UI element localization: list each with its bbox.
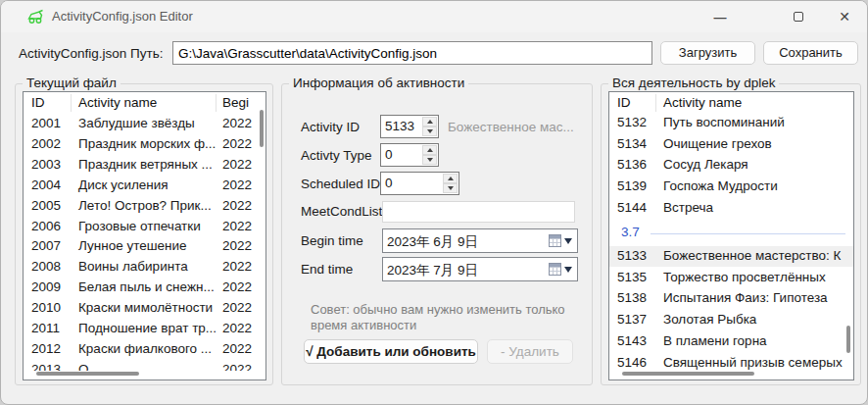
- scheduled-id-stepper[interactable]: 0: [380, 172, 459, 195]
- table-row[interactable]: 2004Диск усиления2022: [24, 176, 265, 196]
- table-row[interactable]: 5134Очищение грехов: [609, 134, 853, 155]
- table-row[interactable]: 5144Встреча: [609, 198, 853, 219]
- vertical-scrollbar[interactable]: [260, 110, 264, 147]
- grasscutter-logo-icon: [26, 9, 44, 25]
- column-begin[interactable]: Begi: [222, 95, 249, 110]
- table-row[interactable]: 2006Грозовые отпечатки2022: [24, 217, 265, 237]
- table-row[interactable]: 5138Испытания Фаиз: Гипотеза: [609, 288, 853, 309]
- save-button[interactable]: Сохранить: [763, 41, 858, 65]
- spin-up-icon[interactable]: [443, 174, 458, 183]
- current-file-group: Текущий файл ID Activity name Begi 2001З…: [15, 83, 273, 385]
- table-header[interactable]: ID Activity name Begi: [24, 92, 265, 114]
- table-row[interactable]: 5139Госпожа Мудрости: [609, 177, 853, 197]
- meetcondlist-input[interactable]: [382, 201, 575, 223]
- table-row[interactable]: 5135Торжество просветлённых: [609, 268, 853, 288]
- app-window: ActivityConfig.json Editor — ✕ ActivityC…: [0, 0, 868, 405]
- path-label: ActivityConfig.json Путь:: [19, 46, 163, 61]
- table-row[interactable]: 5132Путь воспоминаний: [609, 113, 853, 133]
- column-activity-name[interactable]: Activity name: [78, 95, 157, 110]
- table-row[interactable]: 5146Священный призыв семерых: [609, 353, 853, 374]
- spin-down-icon[interactable]: [422, 155, 437, 165]
- hint-text: Совет: обычно вам нужно изменить только …: [311, 302, 565, 333]
- all-activities-group: Вся деятельность by dplek ID Activity na…: [601, 83, 861, 385]
- title-bar[interactable]: ActivityConfig.json Editor — ✕: [1, 1, 867, 32]
- scheduled-id-label: Scheduled ID: [301, 177, 380, 191]
- vertical-scrollbar[interactable]: [846, 326, 850, 353]
- horizontal-scrollbar[interactable]: [622, 372, 754, 376]
- table-row[interactable]: 2003Праздник ветряных ...2022: [24, 155, 265, 176]
- column-id[interactable]: ID: [31, 95, 45, 110]
- table-row[interactable]: 2007Лунное утешение2022: [24, 236, 265, 257]
- spin-down-icon[interactable]: [422, 127, 437, 136]
- horizontal-scrollbar[interactable]: [36, 372, 139, 376]
- close-button[interactable]: ✕: [822, 1, 867, 32]
- version-label: 3.7: [621, 225, 640, 239]
- path-input[interactable]: [172, 41, 652, 65]
- window-title: ActivityConfig.json Editor: [52, 9, 193, 24]
- all-activities-table[interactable]: ID Activity name 5132Путь воспоминаний 5…: [608, 91, 854, 380]
- table-header[interactable]: ID Activity name: [609, 92, 853, 114]
- end-time-label: End time: [301, 262, 353, 277]
- column-divider: [216, 94, 217, 112]
- chevron-down-icon[interactable]: [564, 238, 572, 244]
- begin-time-picker[interactable]: 2023年 6月 9日: [382, 228, 578, 253]
- table-row[interactable]: 2002Праздник морских ф...2022: [24, 134, 265, 155]
- table-row-selected[interactable]: 5133Божественное мастерство: К: [609, 246, 853, 267]
- activity-info-group-title: Информация об активности: [289, 76, 468, 90]
- table-row[interactable]: 2009Белая пыль и снежн...2022: [24, 278, 265, 298]
- activity-name-note: Божественное мас...: [448, 120, 574, 134]
- activity-id-label: Activity ID: [301, 120, 360, 134]
- add-or-update-button[interactable]: √ Добавить или обновить: [304, 339, 478, 364]
- activity-type-label: Activty Type: [301, 148, 372, 163]
- table-row[interactable]: 2001Заблудшие звёзды2022: [24, 114, 265, 134]
- spin-down-icon[interactable]: [443, 183, 458, 193]
- table-row-partial[interactable]: 2013О...2022: [24, 360, 265, 371]
- spin-up-icon[interactable]: [422, 145, 437, 155]
- delete-button: - Удалить: [487, 339, 573, 364]
- table-row[interactable]: 2011Подношение врат тр...2022: [24, 319, 265, 339]
- calendar-icon: [549, 263, 561, 276]
- separator-line: [651, 233, 845, 234]
- table-row[interactable]: 2012Краски фиалкового ...2022: [24, 339, 265, 360]
- column-divider: [655, 94, 656, 112]
- column-divider: [71, 94, 72, 112]
- column-activity-name[interactable]: Activity name: [663, 95, 742, 110]
- current-file-group-title: Текущий файл: [23, 76, 121, 90]
- begin-time-label: Begin time: [301, 233, 363, 248]
- column-id[interactable]: ID: [617, 95, 631, 110]
- maximize-icon: [794, 12, 803, 22]
- version-separator: 3.7: [609, 222, 853, 243]
- table-row[interactable]: 5136Сосуд Лекаря: [609, 155, 853, 176]
- close-icon: ✕: [839, 9, 850, 25]
- chevron-down-icon[interactable]: [564, 267, 572, 273]
- table-row[interactable]: 2008Воины лабиринта2022: [24, 257, 265, 278]
- end-time-picker[interactable]: 2023年 7月 9日: [382, 257, 578, 281]
- calendar-icon: [549, 234, 561, 247]
- meetcondlist-label: MeetCondList: [301, 204, 382, 219]
- minimize-button[interactable]: —: [698, 1, 743, 32]
- activity-id-stepper[interactable]: 5133: [380, 115, 439, 138]
- table-row[interactable]: 5143В пламени горна: [609, 331, 853, 352]
- activity-type-stepper[interactable]: 0: [380, 143, 439, 167]
- minimize-icon: —: [714, 10, 727, 25]
- spin-up-icon[interactable]: [422, 117, 437, 127]
- current-file-table[interactable]: ID Activity name Begi 2001Заблудшие звёз…: [23, 91, 266, 380]
- table-row[interactable]: 2010Краски мимолётности2022: [24, 298, 265, 319]
- table-row[interactable]: 5137Золотая Рыбка: [609, 310, 853, 330]
- maximize-button[interactable]: [776, 1, 821, 32]
- load-button[interactable]: Загрузить: [660, 41, 755, 65]
- activity-info-group: Информация об активности Activity ID 513…: [281, 83, 593, 385]
- table-row[interactable]: 2005Лето! Остров? Прик...2022: [24, 196, 265, 217]
- all-activities-group-title: Вся деятельность by dplek: [608, 76, 779, 90]
